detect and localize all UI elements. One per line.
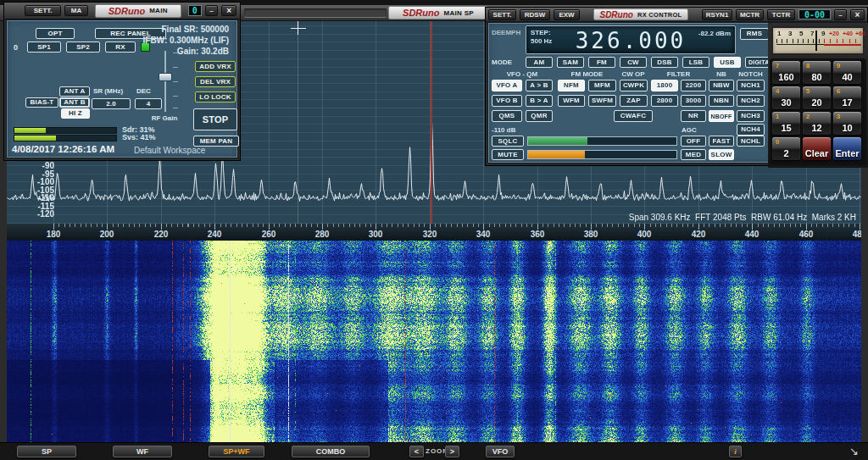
mode-lsb-button[interactable]: LSB bbox=[682, 57, 709, 68]
agc-med-button[interactable]: MED bbox=[681, 149, 706, 160]
filter-1800-button[interactable]: 1800 bbox=[651, 80, 678, 91]
nch2-button[interactable]: NCH2 bbox=[737, 95, 765, 107]
mode-sam-button[interactable]: SAM bbox=[557, 57, 584, 68]
agc-fast-button[interactable]: FAST bbox=[709, 136, 734, 147]
nr-button[interactable]: NR bbox=[681, 110, 706, 122]
zoom-in-button[interactable]: > bbox=[445, 446, 459, 457]
wfm-button[interactable]: WFM bbox=[558, 95, 585, 107]
close-icon[interactable]: × bbox=[221, 5, 236, 16]
wf-view-button[interactable]: WF bbox=[113, 446, 172, 457]
rdsw-button[interactable]: RDSW bbox=[520, 9, 550, 20]
mode-fm-button[interactable]: FM bbox=[588, 57, 615, 68]
rf-gain-slider-handle[interactable] bbox=[159, 73, 172, 81]
step-value[interactable]: 500 Hz bbox=[531, 37, 552, 45]
frequency-scale[interactable]: 180 200 220 240 260 280 300 320 340 360 … bbox=[7, 224, 861, 241]
close-icon[interactable]: × bbox=[850, 9, 865, 20]
main-settings-button[interactable]: SETT. bbox=[25, 5, 61, 16]
a-to-b-button[interactable]: A > B bbox=[526, 80, 553, 91]
add-vrx-button[interactable]: ADD VRX bbox=[195, 61, 236, 72]
swfm-button[interactable]: SWFM bbox=[588, 95, 616, 107]
hi-z-button[interactable]: HI Z bbox=[61, 108, 90, 119]
rx-settings-button[interactable]: SETT. bbox=[488, 9, 516, 20]
ant-a-button[interactable]: ANT A bbox=[59, 86, 90, 97]
nbw-button[interactable]: NBW bbox=[709, 80, 734, 91]
dec-value-field[interactable]: 4 bbox=[135, 98, 162, 109]
cwafc-button[interactable]: CWAFC bbox=[614, 110, 653, 122]
filter-2200-button[interactable]: 2200 bbox=[681, 80, 706, 91]
keypad-key-9[interactable]: 940 bbox=[833, 61, 861, 84]
deemph-button[interactable]: DEEMPH bbox=[492, 30, 520, 36]
keypad-enter-button[interactable]: Enter bbox=[833, 137, 861, 160]
keypad-key-5[interactable]: 520 bbox=[803, 86, 831, 109]
ant-b-button[interactable]: ANT B bbox=[59, 97, 90, 108]
minimize-button[interactable]: – bbox=[834, 9, 847, 20]
b-to-a-button[interactable]: B > A bbox=[526, 95, 553, 107]
mode-am-button[interactable]: AM bbox=[526, 57, 553, 68]
filter-3000-button[interactable]: 3000 bbox=[681, 95, 706, 107]
zap-button[interactable]: ZAP bbox=[620, 95, 648, 107]
mode-usb-button[interactable]: USB bbox=[714, 57, 741, 68]
sp-wf-view-button[interactable]: SP+WF bbox=[209, 446, 264, 457]
mctr-button[interactable]: MCTR bbox=[736, 9, 764, 20]
bias-t-button[interactable]: BIAS-T bbox=[25, 97, 58, 108]
agc-off-button[interactable]: OFF bbox=[681, 136, 706, 147]
nboff-button[interactable]: NBOFF bbox=[709, 110, 734, 122]
rms-button[interactable]: RMS bbox=[740, 28, 769, 40]
tctr-button[interactable]: TCTR bbox=[767, 9, 795, 20]
main-sp-tab[interactable]: SDRuno MAIN SP bbox=[388, 6, 488, 19]
frequency-display[interactable]: STEP: 500 Hz 326.000 -82.2 dBm bbox=[526, 25, 736, 54]
nch1-button[interactable]: NCH1 bbox=[737, 80, 765, 91]
zoom-out-button[interactable]: < bbox=[409, 446, 424, 457]
del-vrx-button[interactable]: DEL VRX bbox=[195, 76, 236, 87]
main-ma-button[interactable]: MA bbox=[64, 5, 88, 16]
workspace-label[interactable]: Default Workspace bbox=[134, 147, 205, 155]
info-icon[interactable]: i bbox=[729, 446, 742, 457]
keypad-key-1[interactable]: 115 bbox=[772, 112, 800, 135]
keypad-key-4[interactable]: 430 bbox=[772, 86, 800, 109]
vfo-button[interactable]: VFO bbox=[486, 446, 515, 457]
mfm-button[interactable]: MFM bbox=[588, 80, 616, 91]
nchl-button[interactable]: NCHL bbox=[737, 136, 765, 147]
keypad-key-3[interactable]: 310 bbox=[833, 112, 861, 135]
resize-icon[interactable]: ↘ bbox=[849, 445, 859, 457]
main-panel-titlebar[interactable]: SETT. MA SDRuno MAIN 0 – × bbox=[4, 3, 240, 19]
lo-lock-button[interactable]: LO LOCK bbox=[195, 91, 236, 103]
qmr-button[interactable]: QMR bbox=[526, 110, 553, 122]
vfo-a-button[interactable]: VFO A bbox=[492, 80, 522, 91]
stop-button[interactable]: STOP bbox=[193, 108, 237, 130]
mode-cw-button[interactable]: CW bbox=[620, 57, 647, 68]
mute-button[interactable]: MUTE bbox=[492, 149, 524, 160]
waterfall-display[interactable] bbox=[7, 241, 861, 442]
nfm-button[interactable]: NFM bbox=[558, 80, 585, 91]
squelch-level-bar[interactable] bbox=[527, 136, 677, 146]
rx-titlebar[interactable]: SETT. RDSW EXW SDRuno RX CONTROL RSYN1 M… bbox=[486, 8, 867, 22]
agc-slow-button[interactable]: SLOW bbox=[709, 149, 734, 160]
qms-button[interactable]: QMS bbox=[492, 110, 522, 122]
nch4-button[interactable]: NCH4 bbox=[737, 124, 765, 136]
filter-2800-button[interactable]: 2800 bbox=[651, 95, 678, 107]
keypad-clear-button[interactable]: Clear bbox=[803, 137, 831, 160]
tuned-frequency-value[interactable]: 326.000 bbox=[569, 28, 693, 53]
keypad-key-0[interactable]: 02 bbox=[772, 137, 800, 160]
sp1-button[interactable]: SP1 bbox=[27, 42, 61, 53]
rf-gain-slider-track[interactable] bbox=[164, 51, 166, 112]
mode-dsb-button[interactable]: DSB bbox=[651, 57, 678, 68]
combo-view-button[interactable]: COMBO bbox=[292, 446, 370, 457]
sr-value-field[interactable]: 2.0 bbox=[92, 98, 131, 109]
tuned-frequency-marker[interactable] bbox=[431, 21, 432, 224]
keypad-key-2[interactable]: 212 bbox=[803, 112, 831, 135]
sqlc-button[interactable]: SQLC bbox=[492, 136, 524, 147]
exw-button[interactable]: EXW bbox=[554, 9, 580, 20]
keypad-key-8[interactable]: 880 bbox=[803, 61, 831, 84]
nch3-button[interactable]: NCH3 bbox=[737, 110, 765, 122]
rsyn1-button[interactable]: RSYN1 bbox=[702, 9, 732, 20]
opt-button[interactable]: OPT bbox=[36, 28, 75, 39]
rx-button[interactable]: RX bbox=[105, 42, 136, 53]
keypad-key-7[interactable]: 7160 bbox=[772, 61, 800, 84]
nbn-button[interactable]: NBN bbox=[709, 95, 734, 107]
vfo-b-button[interactable]: VFO B bbox=[492, 95, 522, 107]
sp2-button[interactable]: SP2 bbox=[66, 42, 100, 53]
sp-view-button[interactable]: SP bbox=[17, 446, 76, 457]
volume-level-bar[interactable] bbox=[527, 150, 677, 159]
minimize-button[interactable]: – bbox=[205, 5, 219, 16]
